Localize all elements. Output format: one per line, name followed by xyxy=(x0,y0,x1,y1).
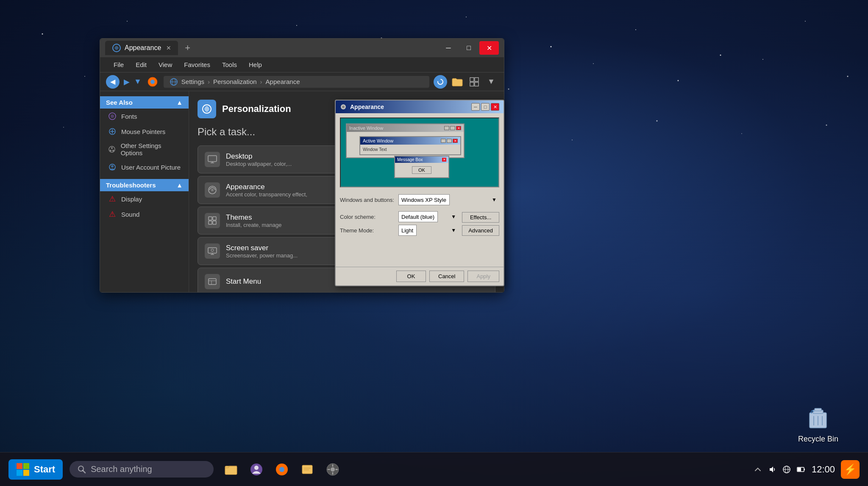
advanced-button[interactable]: Advanced xyxy=(462,225,499,236)
folder-icon-btn[interactable] xyxy=(451,75,464,89)
menu-help[interactable]: Help xyxy=(244,59,267,70)
msg-title: Message Box ✕ xyxy=(395,156,448,163)
ok-button[interactable]: OK xyxy=(396,271,426,282)
dropdown-button[interactable]: ▼ xyxy=(134,77,142,86)
sidebar-item-mouse-pointers[interactable]: Mouse Pointers xyxy=(100,124,189,139)
menu-edit[interactable]: Edit xyxy=(131,59,152,70)
browser-icon xyxy=(274,462,289,477)
search-bar[interactable]: Search anything xyxy=(70,461,214,478)
theme-mode-row: Theme Mode: Light Dark ▼ xyxy=(340,225,459,236)
grid-icon-btn[interactable] xyxy=(467,75,481,89)
preview-active-label: Active Window xyxy=(363,138,393,143)
back-button[interactable]: ◀ xyxy=(106,75,120,89)
svg-point-20 xyxy=(63,127,64,128)
preview-inactive-label: Inactive Window xyxy=(349,126,383,131)
svg-rect-80 xyxy=(225,466,237,475)
taskbar-file-explorer[interactable] xyxy=(222,461,240,478)
svg-rect-65 xyxy=(213,221,216,224)
menu-file[interactable]: File xyxy=(108,59,129,70)
color-scheme-select[interactable]: Default (blue) xyxy=(398,211,438,222)
forward-button[interactable]: ▶ xyxy=(124,77,130,87)
svg-point-48 xyxy=(111,115,114,118)
svg-rect-46 xyxy=(475,82,479,86)
tab-close-icon[interactable]: ✕ xyxy=(166,45,171,51)
path-segment-appearance: Appearance xyxy=(266,78,300,85)
active-min-btn: ─ xyxy=(441,139,446,143)
dialog-close-btn[interactable]: ✕ xyxy=(491,103,499,111)
svg-point-82 xyxy=(254,466,259,470)
sidebar: See Also ▲ Fonts xyxy=(100,91,189,292)
battery-icon xyxy=(796,465,806,474)
address-path[interactable]: Settings › Personalization › Appearance xyxy=(164,76,429,88)
cancel-button[interactable]: Cancel xyxy=(429,271,464,282)
display-label: Display xyxy=(121,196,142,203)
svg-point-27 xyxy=(657,120,658,122)
themes-task-icon xyxy=(205,213,220,228)
display-trouble-icon: ⚠ xyxy=(108,194,117,204)
theme-mode-label: Theme Mode: xyxy=(340,227,395,234)
preview-active-title: Active Window ─ □ ✕ xyxy=(360,137,460,145)
taskbar-settings[interactable] xyxy=(324,461,342,478)
grid-dropdown[interactable]: ▼ xyxy=(484,75,498,89)
close-button[interactable]: ✕ xyxy=(479,41,499,55)
svg-rect-45 xyxy=(470,82,474,86)
sidebar-item-other-settings[interactable]: Other Settings Options xyxy=(100,139,189,159)
apply-button[interactable]: Apply xyxy=(467,271,499,282)
dialog-maximize-btn[interactable]: □ xyxy=(481,103,490,111)
panel-title: Personalization xyxy=(222,103,291,115)
color-scheme-select-wrapper: Default (blue) ▼ xyxy=(398,211,459,222)
volume-icon[interactable] xyxy=(768,465,777,474)
svg-point-7 xyxy=(635,29,636,30)
menu-view[interactable]: View xyxy=(153,59,177,70)
preview-inactive-title: Inactive Window ─ □ ✕ xyxy=(347,124,464,132)
sidebar-item-display[interactable]: ⚠ Display xyxy=(100,191,189,207)
mouse-pointers-icon xyxy=(108,127,117,136)
svg-rect-57 xyxy=(208,156,217,162)
svg-point-26 xyxy=(572,140,573,140)
troubleshooters-header[interactable]: Troubleshooters ▲ xyxy=(100,179,189,191)
tab-appearance-icon xyxy=(112,43,121,53)
recycle-bin[interactable]: Recycle Bin xyxy=(798,402,838,444)
minimize-button[interactable]: ─ xyxy=(439,41,458,55)
menu-favorites[interactable]: Favorites xyxy=(179,59,215,70)
sidebar-item-user-account-picture[interactable]: User Account Picture xyxy=(100,159,189,175)
bolt-icon-btn[interactable]: ⚡ xyxy=(841,460,860,479)
recycle-bin-icon xyxy=(803,402,833,433)
svg-rect-62 xyxy=(209,217,212,220)
troubleshooters-collapse-icon: ▲ xyxy=(176,182,183,189)
explorer-tab[interactable]: Appearance ✕ xyxy=(105,41,178,55)
taskbar-browser[interactable] xyxy=(273,461,291,478)
see-also-header[interactable]: See Also ▲ xyxy=(100,96,189,109)
new-tab-button[interactable]: + xyxy=(181,42,194,53)
start-label: Start xyxy=(34,464,55,475)
windows-buttons-select[interactable]: Windows XP Style xyxy=(398,194,450,205)
mouse-pointers-label: Mouse Pointers xyxy=(121,128,165,135)
start-button[interactable]: Start xyxy=(8,459,63,480)
window-controls: ─ □ ✕ xyxy=(439,41,499,55)
globe-icon[interactable] xyxy=(782,465,791,474)
svg-point-38 xyxy=(150,80,155,84)
sidebar-item-fonts[interactable]: Fonts xyxy=(100,109,189,124)
menu-tools[interactable]: Tools xyxy=(217,59,242,70)
refresh-button[interactable] xyxy=(434,75,447,89)
sound-trouble-icon: ⚠ xyxy=(108,209,117,219)
svg-rect-32 xyxy=(815,408,821,411)
effects-button[interactable]: Effects... xyxy=(462,212,499,223)
inactive-min-btn: ─ xyxy=(444,126,449,130)
preview-ok-btn[interactable]: OK xyxy=(412,166,431,174)
address-icons: ▼ xyxy=(434,75,498,89)
address-globe-icon xyxy=(170,78,178,86)
taskbar-right: 12:00 ⚡ xyxy=(753,460,860,479)
preview-active-body: Window Text Message Box ✕ OK xyxy=(360,145,460,154)
maximize-button[interactable]: □ xyxy=(459,41,479,55)
see-also-collapse-icon: ▲ xyxy=(176,99,183,106)
svg-point-10 xyxy=(84,76,85,77)
color-scheme-label: Color scheme: xyxy=(340,214,395,220)
svg-point-53 xyxy=(112,150,114,151)
taskbar-app-1[interactable] xyxy=(248,461,265,478)
taskbar-files[interactable] xyxy=(298,461,316,478)
sidebar-item-sound[interactable]: ⚠ Sound xyxy=(100,207,189,222)
theme-mode-select[interactable]: Light Dark xyxy=(398,225,417,236)
chevron-up-icon[interactable] xyxy=(753,465,762,474)
dialog-minimize-btn[interactable]: ─ xyxy=(471,103,480,111)
